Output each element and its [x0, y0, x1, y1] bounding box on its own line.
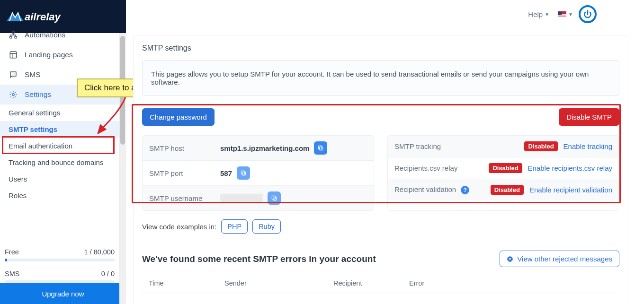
code-examples-label: View code examples in:: [142, 223, 216, 231]
label: Recipient validation ?: [394, 185, 484, 194]
sidebar-item-sms[interactable]: SMS: [0, 65, 119, 85]
help-menu[interactable]: Help ▼: [525, 8, 552, 21]
svg-rect-12: [241, 171, 244, 174]
sidebar-scrollbar[interactable]: [119, 33, 126, 304]
status-badge: Disabled: [489, 163, 522, 173]
button-label: Disable SMTP: [566, 113, 612, 121]
sidebar-item-label: Email authentication: [9, 142, 72, 150]
sidebar: Automations Landing pages SMS Settings ▴…: [0, 33, 126, 304]
sidebar-item-automations[interactable]: Automations: [0, 30, 119, 45]
row-tracking: SMTP tracking Disabled Enable tracking: [388, 136, 619, 157]
errors-table: Time Sender Recipient Error: [142, 274, 619, 293]
svg-point-7: [14, 74, 15, 75]
quota-sms-label: SMS: [5, 270, 19, 278]
copy-username-button[interactable]: [268, 191, 281, 205]
quota-free-label: Free: [5, 248, 19, 256]
smtp-card: SMTP settings This pages allows you to s…: [133, 35, 628, 304]
quota-panel: Free 1 / 80,000 SMS 0 / 0: [0, 240, 119, 283]
action-row: Change password Disable SMTP: [142, 108, 619, 126]
value: 587: [220, 169, 232, 177]
sidebar-scroll-thumb[interactable]: [120, 36, 125, 145]
sidebar-sub-roles[interactable]: Roles: [0, 187, 119, 204]
help-icon[interactable]: ?: [461, 186, 469, 194]
label: Recipients.csv relay: [394, 164, 484, 172]
quota-free-value: 1 / 80,000: [84, 248, 115, 256]
sidebar-item-label: Roles: [9, 191, 27, 200]
sidebar-item-label: SMS: [25, 70, 41, 79]
col-sender: Sender: [224, 279, 333, 287]
smtp-credentials-table: SMTP host smtp1.s.ipzmarketing.com SMTP …: [142, 135, 374, 211]
enable-relay-link[interactable]: Enable recipients.csv relay: [528, 164, 612, 172]
change-password-button[interactable]: Change password: [142, 108, 215, 126]
svg-point-5: [12, 74, 13, 75]
sidebar-item-label: Tracking and bounce domains: [9, 158, 103, 166]
svg-rect-10: [319, 146, 322, 149]
quota-free-bar: [5, 259, 115, 261]
code-php-button[interactable]: PHP: [221, 219, 248, 234]
flag-us-icon: [558, 11, 566, 17]
chevron-down-icon: ▼: [545, 12, 549, 17]
sidebar-item-label: Settings: [25, 90, 51, 99]
gear-icon: [9, 90, 18, 99]
disable-smtp-button[interactable]: Disable SMTP: [559, 108, 619, 126]
status-badge: Disabled: [524, 141, 557, 151]
settings-submenu: General settings SMTP settings Email aut…: [0, 104, 119, 204]
svg-rect-11: [242, 172, 246, 175]
button-label: View other rejected messages: [517, 255, 612, 263]
page-title: SMTP settings: [142, 44, 619, 52]
row-smtp-port: SMTP port 587: [143, 160, 374, 185]
svg-rect-1: [12, 32, 15, 34]
label: SMTP username: [149, 194, 220, 202]
svg-rect-13: [273, 197, 277, 200]
status-badge: Disabled: [491, 185, 524, 195]
main-area: SMTP settings This pages allows you to s…: [126, 33, 635, 304]
sidebar-sub-emailauth[interactable]: Email authentication: [0, 138, 119, 154]
value-redacted: [220, 194, 263, 202]
sidebar-sub-general[interactable]: General settings: [0, 104, 119, 121]
errors-table-header: Time Sender Recipient Error: [142, 274, 619, 293]
enable-validation-link[interactable]: Enable recipient validation: [529, 186, 612, 194]
code-ruby-button[interactable]: Ruby: [252, 219, 281, 234]
account-power-button[interactable]: [579, 5, 597, 23]
upgrade-button[interactable]: Upgrade now: [0, 283, 126, 304]
col-error: Error: [409, 279, 613, 287]
copy-port-button[interactable]: [237, 166, 250, 180]
chat-icon: [9, 70, 18, 79]
quota-free-row: Free 1 / 80,000: [5, 248, 115, 256]
sitemap-icon: [9, 30, 18, 40]
sidebar-sub-smtp[interactable]: SMTP settings: [0, 121, 119, 138]
sidebar-sub-tracking[interactable]: Tracking and bounce domains: [0, 154, 119, 171]
col-time: Time: [149, 279, 224, 287]
svg-rect-14: [272, 196, 275, 199]
svg-rect-2: [10, 36, 12, 38]
svg-text:ailrelay: ailrelay: [25, 11, 62, 23]
sidebar-item-settings[interactable]: Settings ▴: [0, 85, 119, 104]
sidebar-item-label: General settings: [9, 109, 60, 117]
label: SMTP tracking: [394, 142, 484, 150]
button-label: Change password: [150, 113, 207, 121]
col-recipient: Recipient: [333, 279, 409, 287]
info-banner: This pages allows you to setup SMTP for …: [142, 60, 619, 96]
svg-rect-3: [15, 36, 17, 38]
svg-rect-4: [10, 52, 17, 58]
sidebar-item-label: SMTP settings: [9, 125, 57, 133]
brand-logo[interactable]: ailrelay: [0, 0, 126, 33]
sidebar-nav: Automations Landing pages SMS Settings ▴…: [0, 33, 119, 204]
view-other-button[interactable]: View other rejected messages: [500, 251, 619, 267]
topbar-right: Help ▼ ▼: [525, 0, 631, 28]
row-relay: Recipients.csv relay Disabled Enable rec…: [388, 157, 619, 179]
svg-rect-9: [320, 147, 323, 150]
quota-sms-row: SMS 0 / 0: [5, 270, 115, 278]
label: SMTP host: [149, 144, 220, 152]
smtp-grid: SMTP host smtp1.s.ipzmarketing.com SMTP …: [142, 135, 619, 211]
errors-header: We've found some recent SMTP errors in y…: [142, 251, 619, 267]
quota-sms-value: 0 / 0: [101, 270, 115, 278]
sidebar-sub-users[interactable]: Users: [0, 171, 119, 187]
enable-tracking-link[interactable]: Enable tracking: [564, 142, 612, 150]
sidebar-item-label: Landing pages: [25, 51, 73, 59]
chevron-down-icon: ▼: [568, 12, 573, 17]
row-smtp-host: SMTP host smtp1.s.ipzmarketing.com: [143, 136, 374, 160]
language-menu[interactable]: ▼: [558, 11, 573, 17]
sidebar-item-landing[interactable]: Landing pages: [0, 45, 119, 65]
copy-host-button[interactable]: [314, 141, 327, 155]
